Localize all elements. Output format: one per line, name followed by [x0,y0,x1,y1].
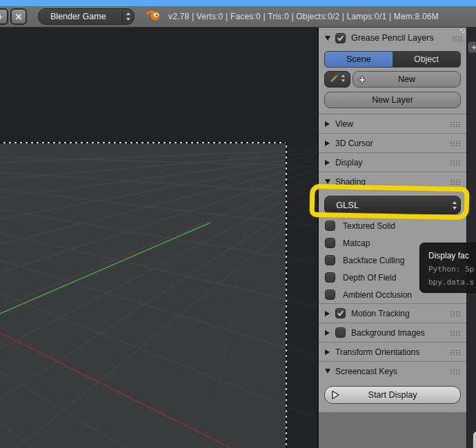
shading-mode-dropdown[interactable]: GLSL [324,196,461,214]
section-transform-orientations[interactable]: Transform Orientations [319,342,466,361]
render-border-dim-top [0,28,317,143]
section-3d-cursor[interactable]: 3D Cursor [319,133,466,152]
motion-tracking-checkbox[interactable] [335,308,346,318]
section-label: Transform Orientations [335,347,419,357]
gp-new-button[interactable]: + New [353,71,461,88]
expand-arrow-icon [325,311,330,316]
checkbox[interactable] [325,255,335,265]
checkbox[interactable] [325,272,335,283]
drag-grip-icon[interactable] [450,368,460,374]
checkbox[interactable] [325,238,335,248]
os-titlebar [0,0,476,6]
expand-arrow-icon [325,141,330,146]
grease-pencil-checkbox[interactable] [335,33,346,43]
panel-title: Grease Pencil Layers [351,33,434,43]
toggle-label: Ambient Occlusion [343,290,412,300]
collapsed-region-rail: + [466,28,476,448]
toggle-label: Depth Of Field [343,273,396,283]
section-label: 3D Cursor [335,139,373,148]
gp-new-layer-button[interactable]: New Layer [324,92,461,108]
toggle-label: Backface Culling [343,256,404,265]
tab-scene[interactable]: Scene [325,52,393,67]
expand-arrow-icon [325,121,330,127]
drag-grip-icon[interactable] [450,159,460,165]
drag-grip-icon[interactable] [450,349,460,355]
blender-logo-icon [146,9,161,24]
drag-grip-icon[interactable] [452,35,462,41]
expand-arrow-icon [325,349,330,355]
section-label: Screencast Keys [335,367,397,376]
checkbox[interactable] [325,221,335,231]
tab-object[interactable]: Object [393,52,460,67]
section-label: Motion Tracking [351,309,410,318]
section-label: Shading [335,177,366,187]
button-label: New Layer [372,95,413,105]
drag-grip-icon[interactable] [450,140,460,146]
engine-stepper-icon[interactable] [123,9,134,24]
panels-container: Grease Pencil Layers Scene Object [319,28,466,412]
drag-grip-icon[interactable] [450,310,460,316]
3d-viewport[interactable] [0,28,317,448]
render-engine-select[interactable]: Blender Game [38,8,135,25]
gp-datablock-row: + New [324,71,461,88]
collapse-arrow-icon [325,36,330,41]
collapse-arrow-icon [325,179,330,184]
render-engine-value: Blender Game [39,12,122,21]
drag-grip-icon[interactable] [450,329,460,336]
shading-mode-value: GLSL [325,200,449,210]
toggle-label: Matcap [343,238,370,248]
gp-source-tabs: Scene Object [324,51,461,68]
properties-region: Grease Pencil Layers Scene Object [317,28,466,448]
drag-grip-icon[interactable] [450,121,460,127]
section-label: Display [335,158,362,167]
render-border-dashed-top [0,142,287,143]
section-display[interactable]: Display [319,152,466,172]
plus-icon: + [0,12,3,22]
toggle-textured-solid[interactable]: Textured Solid [319,217,466,234]
section-motion-tracking[interactable]: Motion Tracking [319,303,466,323]
rail-bottom-widget[interactable] [473,431,476,448]
toggle-label: Textured Solid [343,221,395,231]
tooltip: Display fac Python: Sp bpy.data.s [419,243,476,293]
info-header: + ✕ Blender Game v2.78 | Verts:0 | Faces… [0,6,476,28]
section-shading[interactable]: Shading [319,172,466,191]
dropdown-stepper-icon [449,196,460,214]
section-label: Background Images [351,328,425,338]
section-background-images[interactable]: Background Images [319,323,466,342]
tooltip-python-line: Python: Sp [428,265,476,274]
expand-region-button[interactable]: + [468,42,476,52]
scene-stats-text: v2.78 | Verts:0 | Faces:0 | Tris:0 | Obj… [168,12,439,21]
collapse-arrow-icon [325,369,330,374]
tooltip-data-line: bpy.data.s [428,278,476,287]
section-screencast-keys[interactable]: Screencast Keys [319,361,466,380]
drag-grip-icon[interactable] [450,179,460,185]
add-screen-button[interactable]: + [0,8,8,25]
pencil-icon [329,73,339,85]
background-images-checkbox[interactable] [335,327,346,338]
render-border-dashed-right [286,142,287,448]
section-label: View [335,119,353,129]
button-label: New [398,74,415,84]
expand-arrow-icon [325,160,330,165]
panel-grease-pencil-header[interactable]: Grease Pencil Layers [319,28,466,45]
expand-arrow-icon [325,330,330,336]
checkbox[interactable] [325,289,335,300]
plus-icon: + [359,72,366,87]
gp-datablock-browse-button[interactable] [324,71,350,88]
close-icon: ✕ [15,12,23,22]
tooltip-title: Display fac [428,251,476,261]
section-view[interactable]: View [319,114,466,133]
render-border-dim-right [286,143,317,448]
play-icon [330,387,341,403]
button-label: Start Display [368,390,417,400]
close-screen-button[interactable]: ✕ [10,8,27,25]
blender-window: + ✕ Blender Game v2.78 | Verts:0 | Faces… [0,0,476,448]
plus-icon: + [471,43,476,52]
tab-label: Scene [346,54,370,64]
tab-label: Object [414,54,439,64]
browse-stepper-icon [341,74,346,85]
start-display-button[interactable]: Start Display [324,386,461,404]
